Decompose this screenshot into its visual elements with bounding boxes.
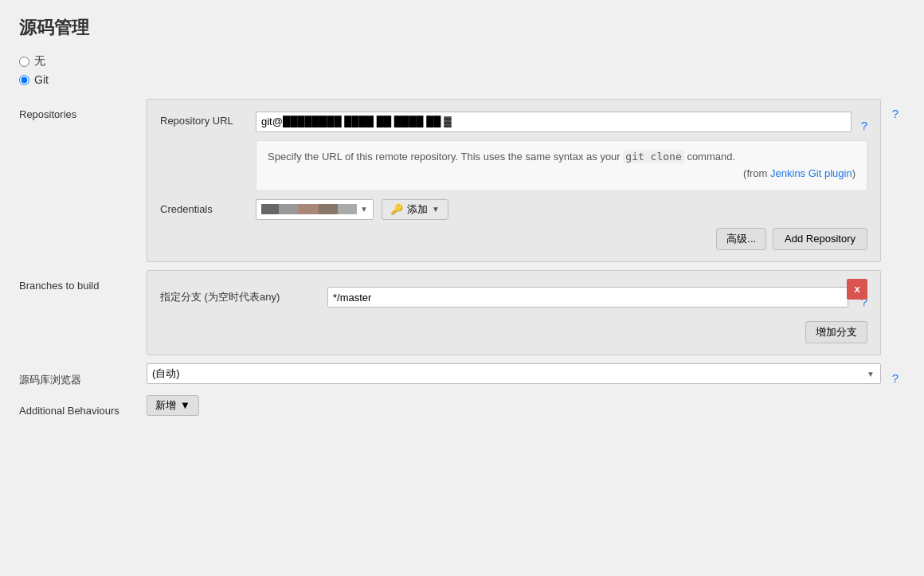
additional-behaviours-help <box>881 395 905 403</box>
page-title: 源码管理 <box>19 16 905 40</box>
repo-url-label: Repository URL <box>160 111 248 127</box>
browser-content: (自动) <box>147 363 881 384</box>
remove-branch-button[interactable]: x <box>847 279 867 300</box>
repositories-help-icon[interactable]: ? <box>887 99 899 120</box>
repositories-label: Repositories <box>19 99 147 120</box>
info-text: Specify the URL of this remote repositor… <box>268 151 621 163</box>
branch-row: 指定分支 (为空时代表any) ? <box>160 287 867 308</box>
repo-url-field: ? <box>256 111 867 132</box>
repo-url-info: Specify the URL of this remote repositor… <box>256 140 867 191</box>
browser-section: 源码库浏览器 (自动) ? <box>19 363 905 387</box>
additional-behaviours-section: Additional Behaviours 新增 ▼ <box>19 395 905 417</box>
repo-url-help-icon[interactable]: ? <box>856 111 867 132</box>
info-text2: command. <box>687 151 735 163</box>
branches-help <box>881 270 905 278</box>
credentials-row: Credentials ▼ 🔑 添加 ▼ <box>160 199 867 220</box>
branch-field-label: 指定分支 (为空时代表any) <box>160 290 319 304</box>
add-credentials-arrow-icon: ▼ <box>432 205 440 214</box>
browser-select-wrapper: (自动) <box>147 363 881 384</box>
key-icon: 🔑 <box>390 203 403 215</box>
new-behaviour-arrow-icon: ▼ <box>180 399 190 411</box>
repo-url-input[interactable] <box>256 112 852 132</box>
additional-behaviours-label: Additional Behaviours <box>19 395 147 417</box>
repo-url-row: Repository URL ? <box>160 111 867 132</box>
radio-none-item[interactable]: 无 <box>19 54 905 69</box>
new-behaviour-label: 新增 <box>155 398 176 413</box>
credentials-select[interactable]: ▼ <box>256 199 374 220</box>
branches-content-wrapper: x 指定分支 (为空时代表any) ? 增加分支 <box>147 270 881 355</box>
repositories-panel: Repository URL ? Specify the URL of this… <box>147 99 881 262</box>
repositories-help: ? <box>881 99 905 120</box>
add-credentials-label: 添加 <box>407 202 428 217</box>
info-close: ) <box>852 166 855 182</box>
browser-select[interactable]: (自动) <box>147 363 881 384</box>
radio-git-label: Git <box>34 73 49 86</box>
branches-section: Branches to build x 指定分支 (为空时代表any) ? 增加… <box>19 270 905 355</box>
new-behaviour-button[interactable]: 新增 ▼ <box>147 395 199 416</box>
branches-label: Branches to build <box>19 270 147 292</box>
browser-help: ? <box>881 363 905 385</box>
additional-behaviours-content: 新增 ▼ <box>147 395 881 416</box>
browser-help-icon[interactable]: ? <box>887 363 899 385</box>
info-code: git clone <box>623 150 683 163</box>
credentials-dropdown-icon: ▼ <box>360 205 368 214</box>
repo-buttons-row: 高级... Add Repository <box>160 228 867 250</box>
add-branch-button[interactable]: 增加分支 <box>805 321 867 343</box>
credentials-label: Credentials <box>160 203 248 215</box>
info-from: (from <box>743 166 767 182</box>
repositories-content: Repository URL ? Specify the URL of this… <box>147 99 881 262</box>
radio-none[interactable] <box>19 57 29 67</box>
add-repository-button[interactable]: Add Repository <box>773 228 867 250</box>
credentials-masked <box>261 204 357 214</box>
repositories-section: Repositories Repository URL ? Specify th… <box>19 99 905 262</box>
radio-git-item[interactable]: Git <box>19 73 905 86</box>
browser-label: 源码库浏览器 <box>19 363 147 387</box>
add-credentials-button[interactable]: 🔑 添加 ▼ <box>382 199 448 220</box>
branches-panel: x 指定分支 (为空时代表any) ? 增加分支 <box>147 270 881 355</box>
radio-git[interactable] <box>19 75 29 85</box>
jenkins-git-plugin-link[interactable]: Jenkins Git plugin <box>770 166 852 182</box>
branch-input[interactable] <box>327 287 848 308</box>
advanced-button[interactable]: 高级... <box>716 228 766 250</box>
scm-radio-group: 无 Git <box>19 54 905 86</box>
radio-none-label: 无 <box>34 54 45 69</box>
